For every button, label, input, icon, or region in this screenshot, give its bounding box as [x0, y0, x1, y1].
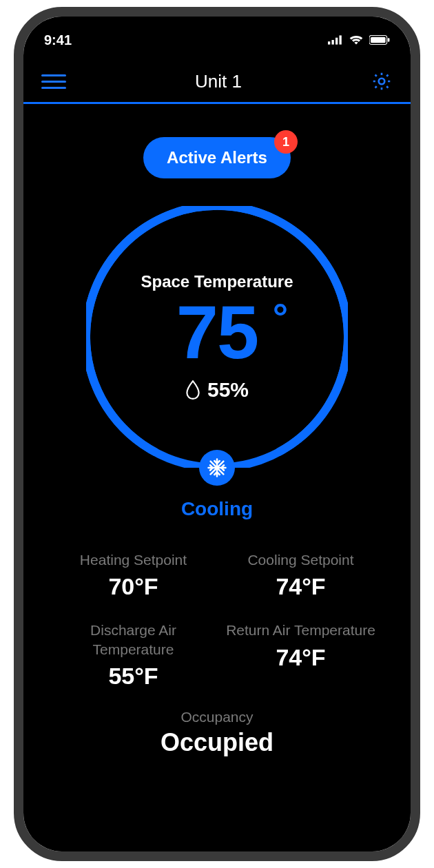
discharge-air-block[interactable]: Discharge Air Temperature 55°F	[56, 621, 210, 690]
stats-grid: Heating Setpoint 70°F Cooling Setpoint 7…	[37, 520, 397, 690]
occupancy-block[interactable]: Occupancy Occupied	[37, 709, 397, 757]
humidity-row: 55%	[185, 378, 249, 402]
svg-rect-0	[328, 41, 330, 44]
alert-count-badge: 1	[274, 130, 298, 154]
status-indicators	[328, 34, 390, 45]
heating-setpoint-block[interactable]: Heating Setpoint 70°F	[56, 550, 210, 600]
space-temp-value: 75°	[176, 294, 258, 370]
active-alerts-label: Active Alerts	[167, 148, 267, 167]
discharge-air-value: 55°F	[56, 663, 210, 690]
humidity-value: 55%	[207, 378, 249, 402]
cooling-setpoint-block[interactable]: Cooling Setpoint 74°F	[224, 550, 378, 600]
page-title: Unit 1	[195, 71, 242, 92]
cooling-setpoint-label: Cooling Setpoint	[224, 550, 378, 569]
occupancy-value: Occupied	[37, 728, 397, 757]
cellular-icon	[328, 34, 343, 45]
svg-rect-1	[332, 40, 334, 45]
status-bar: 9:41	[23, 17, 411, 51]
mode-label: Cooling	[37, 498, 397, 520]
svg-rect-5	[371, 37, 385, 43]
battery-icon	[369, 34, 390, 45]
cooling-setpoint-value: 74°F	[224, 573, 378, 600]
menu-icon[interactable]	[41, 74, 66, 89]
nav-bar: Unit 1	[23, 51, 411, 102]
status-time: 9:41	[44, 32, 72, 48]
discharge-air-label: Discharge Air Temperature	[56, 621, 210, 659]
snowflake-icon	[207, 457, 227, 478]
return-air-value: 74°F	[224, 644, 378, 671]
svg-rect-3	[340, 35, 342, 44]
return-air-block[interactable]: Return Air Temperature 74°F	[224, 621, 378, 690]
heating-setpoint-value: 70°F	[56, 573, 210, 600]
temperature-dial[interactable]: Space Temperature 75° 55%	[86, 206, 348, 468]
return-air-label: Return Air Temperature	[224, 621, 378, 639]
occupancy-label: Occupancy	[37, 709, 397, 725]
heating-setpoint-label: Heating Setpoint	[56, 550, 210, 569]
active-alerts-button[interactable]: Active Alerts 1	[143, 137, 291, 178]
degree-symbol: °	[273, 298, 287, 337]
settings-button[interactable]	[371, 70, 393, 92]
svg-point-7	[379, 79, 385, 85]
svg-rect-2	[335, 38, 338, 45]
svg-rect-6	[388, 38, 390, 41]
wifi-icon	[349, 34, 364, 45]
gear-icon	[371, 70, 393, 92]
space-temp-label: Space Temperature	[141, 272, 293, 291]
mode-icon-badge	[199, 450, 235, 486]
droplet-icon	[185, 380, 200, 400]
